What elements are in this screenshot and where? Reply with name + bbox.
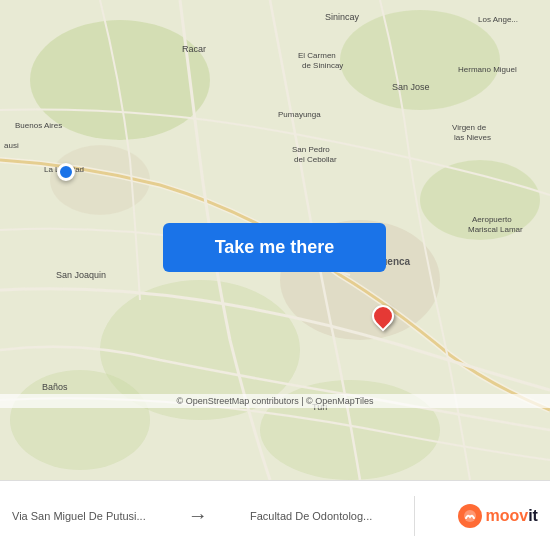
svg-text:de Sinincay: de Sinincay: [302, 61, 343, 70]
map-attribution: © OpenStreetMap contributors | © OpenMap…: [0, 394, 550, 408]
take-me-there-button[interactable]: Take me there: [163, 223, 386, 272]
divider: [414, 496, 415, 536]
svg-text:Racar: Racar: [182, 44, 206, 54]
destination-marker: [372, 305, 394, 327]
moovit-logo: moovit: [458, 504, 538, 528]
svg-point-5: [10, 370, 150, 470]
svg-text:Pumayunga: Pumayunga: [278, 110, 321, 119]
bottom-bar: Via San Miguel De Putusi... → Facultad D…: [0, 480, 550, 550]
arrow-icon: →: [180, 504, 216, 527]
map-view: Sinincay Los Ange... Racar El Carmen de …: [0, 0, 550, 480]
svg-text:Virgen de: Virgen de: [452, 123, 487, 132]
svg-text:ausi: ausi: [4, 141, 19, 150]
destination-label: Facultad De Odontolog...: [250, 510, 372, 522]
svg-text:El Carmen: El Carmen: [298, 51, 336, 60]
svg-text:San Jose: San Jose: [392, 82, 430, 92]
origin-label: Via San Miguel De Putusi...: [12, 510, 146, 522]
svg-text:Sinincay: Sinincay: [325, 12, 360, 22]
origin-marker: [57, 163, 75, 181]
svg-text:Aeropuerto: Aeropuerto: [472, 215, 512, 224]
moovit-logo-icon: [458, 504, 482, 528]
destination-info: Facultad De Odontolog...: [250, 510, 372, 522]
svg-point-2: [340, 10, 500, 110]
svg-text:Baños: Baños: [42, 382, 68, 392]
svg-text:Hermano Miguel: Hermano Miguel: [458, 65, 517, 74]
svg-text:Buenos Aires: Buenos Aires: [15, 121, 62, 130]
moovit-text: moovit: [486, 507, 538, 525]
svg-text:Mariscal Lamar: Mariscal Lamar: [468, 225, 523, 234]
svg-text:San Joaquin: San Joaquin: [56, 270, 106, 280]
svg-text:Los Ange...: Los Ange...: [478, 15, 518, 24]
svg-text:San Pedro: San Pedro: [292, 145, 330, 154]
svg-text:las Nieves: las Nieves: [454, 133, 491, 142]
origin-info: Via San Miguel De Putusi...: [12, 510, 146, 522]
svg-text:del Cebollar: del Cebollar: [294, 155, 337, 164]
